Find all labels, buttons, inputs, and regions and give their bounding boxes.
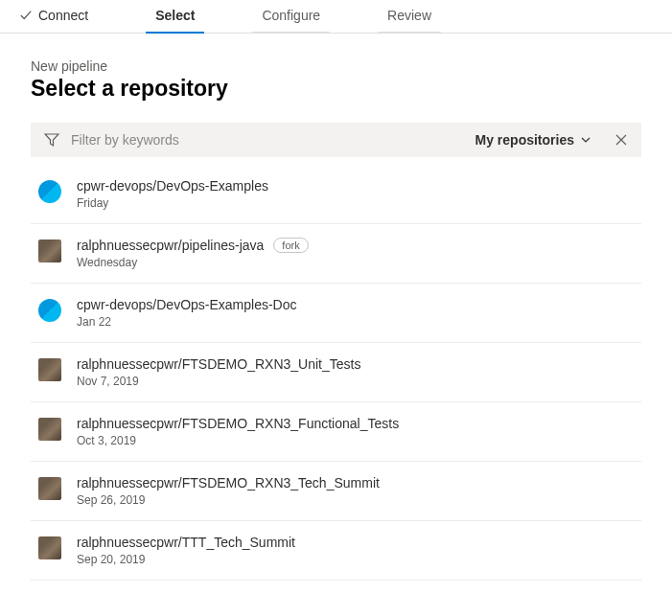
repo-info: ralphnuessecpwr/FTSDEMO_RXN3_Functional_… (77, 416, 634, 447)
close-icon (614, 133, 628, 147)
repo-name: ralphnuessecpwr/TTT_Tech_Summit (77, 535, 295, 550)
repo-info: ralphnuessecpwr/FTSDEMO_RXN3_Tech_Summit… (77, 475, 634, 507)
repo-info: ralphnuessecpwr/FTSDEMO_RXN3_Unit_TestsN… (77, 356, 634, 388)
repo-name: ralphnuessecpwr/FTSDEMO_RXN3_Functional_… (77, 416, 399, 431)
repo-name-row: cpwr-devops/DevOps-Examples (77, 178, 634, 194)
repo-name: ralphnuessecpwr/pipelines-java (77, 238, 264, 253)
tab-select[interactable]: Select (155, 0, 195, 33)
chevron-down-icon (580, 134, 591, 146)
tab-review: Review (387, 0, 431, 33)
repo-date: Sep 26, 2019 (77, 493, 634, 507)
wizard-steps: Connect Select Configure Review (0, 0, 672, 34)
close-button[interactable] (614, 133, 628, 147)
repo-name: cpwr-devops/DevOps-Examples-Doc (77, 297, 297, 312)
tab-connect-label: Connect (38, 8, 88, 23)
repo-date: Jan 22 (77, 315, 634, 329)
page-title: Select a repository (31, 76, 641, 102)
repo-date: Wednesday (77, 256, 634, 269)
repo-date: Oct 3, 2019 (77, 434, 634, 447)
repo-item[interactable]: cpwr-devops/DevOps-ExamplesFriday (31, 165, 641, 224)
repo-name-row: ralphnuessecpwr/pipelines-javafork (77, 238, 634, 253)
checkmark-icon (19, 9, 33, 22)
repo-date: Nov 7, 2019 (77, 375, 634, 388)
repo-info: ralphnuessecpwr/pipelines-javaforkWednes… (77, 238, 634, 269)
tab-configure: Configure (262, 0, 320, 33)
repo-name: cpwr-devops/DevOps-Examples (77, 178, 268, 194)
user-avatar-icon (38, 418, 61, 441)
main-content: New pipeline Select a repository My repo… (0, 34, 672, 600)
active-underline (146, 32, 204, 34)
scope-dropdown[interactable]: My repositories (475, 132, 591, 148)
repo-item[interactable]: ralphnuessecpwr/pipelines-javaforkWednes… (31, 224, 641, 284)
repo-name: ralphnuessecpwr/FTSDEMO_RXN3_Tech_Summit (77, 475, 380, 491)
tab-connect[interactable]: Connect (19, 0, 88, 33)
page-eyebrow: New pipeline (31, 58, 641, 74)
repo-name: ralphnuessecpwr/FTSDEMO_RXN3_Unit_Tests (77, 356, 360, 372)
inactive-underline (252, 32, 330, 34)
repo-info: cpwr-devops/DevOps-ExamplesFriday (77, 178, 634, 210)
repo-name-row: ralphnuessecpwr/FTSDEMO_RXN3_Functional_… (77, 416, 634, 431)
fork-badge: fork (273, 238, 308, 253)
repo-name-row: ralphnuessecpwr/TTT_Tech_Summit (77, 535, 634, 550)
tab-configure-label: Configure (262, 8, 320, 23)
repo-item[interactable]: cpwr-devops/DevOps-Examples-DocJan 22 (31, 284, 641, 343)
filter-bar: My repositories (31, 123, 641, 157)
repo-item[interactable]: ralphnuessecpwr/FTSDEMO_RXN3_Functional_… (31, 402, 641, 462)
repo-name-row: cpwr-devops/DevOps-Examples-Doc (77, 297, 634, 312)
repo-item[interactable]: ralphnuessecpwr/FTSDEMO_RXN3_Unit_TestsN… (31, 343, 641, 402)
user-avatar-icon (38, 240, 61, 262)
user-avatar-icon (38, 358, 61, 381)
org-avatar-icon (38, 299, 61, 322)
org-avatar-icon (38, 180, 61, 203)
filter-icon (44, 132, 59, 148)
inactive-underline (378, 32, 441, 34)
user-avatar-icon (38, 536, 61, 559)
repo-item[interactable]: ralphnuessecpwr/FTSDEMO_RXN3_Tech_Summit… (31, 462, 641, 521)
filter-input[interactable] (71, 132, 464, 148)
repo-item[interactable]: ralphnuessecpwr/TTT_Tech_SummitSep 20, 2… (31, 521, 641, 581)
repo-date: Sep 20, 2019 (77, 553, 634, 566)
repo-name-row: ralphnuessecpwr/FTSDEMO_RXN3_Unit_Tests (77, 356, 634, 372)
tab-review-label: Review (387, 8, 431, 23)
tab-select-label: Select (155, 8, 195, 23)
repo-info: ralphnuessecpwr/TTT_Tech_SummitSep 20, 2… (77, 535, 634, 566)
repo-info: cpwr-devops/DevOps-Examples-DocJan 22 (77, 297, 634, 329)
scope-dropdown-label: My repositories (475, 132, 574, 148)
repo-list: cpwr-devops/DevOps-ExamplesFridayralphnu… (31, 165, 641, 581)
repo-date: Friday (77, 196, 634, 210)
repo-name-row: ralphnuessecpwr/FTSDEMO_RXN3_Tech_Summit (77, 475, 634, 491)
user-avatar-icon (38, 477, 61, 500)
